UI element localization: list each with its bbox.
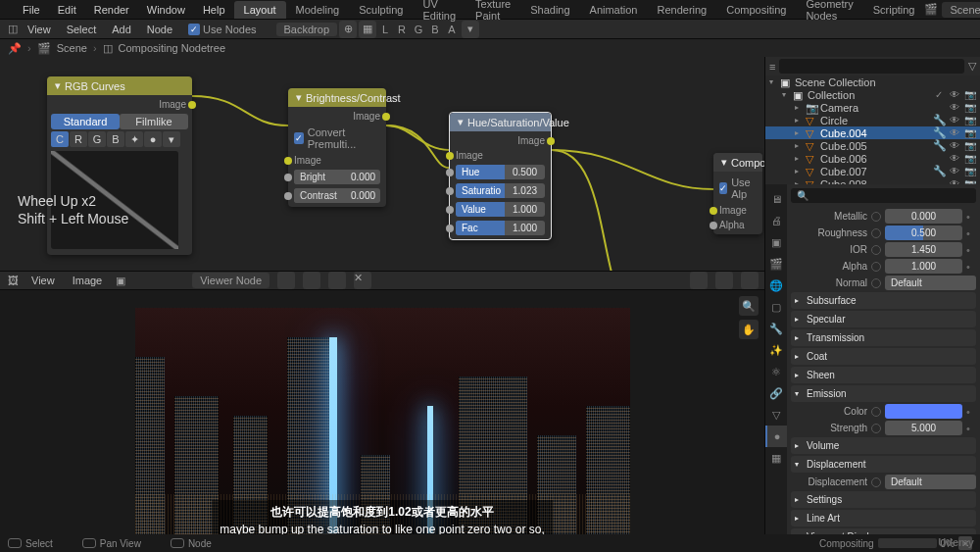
hsv-hue-val[interactable]: 0.500 — [505, 165, 545, 179]
node-rgb-curves-header[interactable]: ▾RGB Curves — [47, 76, 192, 95]
img-ico2[interactable] — [303, 272, 320, 289]
bc-contrast-val[interactable]: 0.000 — [343, 188, 380, 203]
prop-section-specular[interactable]: ▸Specular — [791, 311, 976, 327]
workspace-scripting[interactable]: Scripting — [863, 1, 925, 19]
node-rgb-curves[interactable]: ▾RGB Curves Image Standard Filmlike C R … — [47, 76, 192, 255]
eye-icon[interactable]: 👁 — [950, 127, 961, 138]
scene-selector[interactable]: Scene — [942, 2, 980, 18]
outliner-item[interactable]: ▸▽Cube.007🔧👁📷 — [765, 165, 980, 177]
menu-edit[interactable]: Edit — [49, 4, 85, 16]
outliner-item[interactable]: ▸▽Cube.005🔧👁📷 — [765, 139, 980, 152]
node-hsv[interactable]: ▾Hue/Saturation/Value Image Image Hue0.5… — [449, 112, 552, 240]
image-viewer[interactable]: 🔍 ✋ 也许可以提高饱和度到1.02或者更高的水平 maybe bump up … — [0, 290, 764, 552]
channel-a[interactable]: A — [444, 22, 460, 37]
outliner-search[interactable] — [779, 59, 964, 74]
hsv-fac-val[interactable]: 1.000 — [505, 221, 545, 235]
rgb-letter-r[interactable]: R — [70, 131, 87, 147]
prop-tab-object[interactable]: ▢ — [765, 296, 787, 318]
eye-icon[interactable]: 👁 — [950, 166, 961, 176]
camera-restrict-icon[interactable]: 📷 — [964, 153, 976, 164]
prop-tab-scene[interactable]: 🎬 — [765, 253, 787, 275]
socket-icon[interactable] — [871, 212, 881, 222]
prop-tab-data[interactable]: ▽ — [765, 404, 787, 426]
img-ico1[interactable] — [277, 272, 295, 289]
rgb-curves-tab-standard[interactable]: Standard — [51, 114, 120, 129]
image-slot-icon[interactable]: ▣ — [114, 274, 127, 287]
hsv-val-val[interactable]: 1.000 — [505, 202, 545, 217]
header-view[interactable]: View — [20, 24, 59, 35]
channel-l[interactable]: L — [377, 22, 393, 37]
composite-alpha-checkbox[interactable]: ✓ — [719, 182, 727, 194]
img-right-ico1[interactable] — [690, 272, 708, 289]
node-bc-header[interactable]: ▾Brightness/Contrast — [288, 88, 386, 107]
backdrop-fit-icon[interactable]: ▦ — [359, 21, 376, 38]
rgb-dot-icon[interactable]: ● — [144, 131, 162, 147]
prop-section-volume[interactable]: ▸Volume — [791, 437, 976, 454]
editor-type-icon[interactable]: 🖼 — [6, 274, 20, 287]
breadcrumb-scene[interactable]: Scene — [57, 42, 87, 54]
node-hsv-header[interactable]: ▾Hue/Saturation/Value — [450, 113, 551, 131]
img-image[interactable]: Image — [67, 275, 109, 286]
rgb-menu-icon[interactable]: ▾ — [163, 131, 180, 147]
outliner[interactable]: ≡ ▽ ▾▣Scene Collection ▾▣Collection✓👁📷 ▸… — [765, 57, 980, 184]
outliner-filter-icon[interactable]: ▽ — [968, 60, 976, 73]
properties-search[interactable] — [791, 188, 976, 203]
outliner-item[interactable]: ▸▽Cube.004🔧👁📷 — [765, 126, 980, 139]
workspace-rendering[interactable]: Rendering — [647, 1, 716, 19]
socket-icon[interactable] — [871, 262, 881, 272]
outliner-collection[interactable]: Collection — [808, 89, 932, 101]
menu-file[interactable]: File — [14, 4, 49, 16]
prop-tab-material[interactable]: ● — [765, 426, 787, 447]
menu-window[interactable]: Window — [138, 4, 194, 16]
eye-icon[interactable]: 👁 — [950, 140, 961, 151]
prop-tab-texture[interactable]: ▦ — [765, 447, 787, 469]
prop-color-val[interactable] — [885, 404, 962, 419]
rgb-curves-tab-filmlike[interactable]: Filmlike — [120, 114, 188, 129]
extra-icon[interactable]: ▾ — [462, 21, 479, 38]
rgb-letter-b[interactable]: B — [107, 131, 124, 147]
eye-icon[interactable]: 👁 — [950, 102, 961, 113]
workspace-shading[interactable]: Shading — [520, 1, 579, 19]
img-ico3[interactable] — [328, 272, 346, 289]
rgb-tools-icon[interactable]: ✦ — [125, 131, 143, 147]
img-view[interactable]: View — [25, 275, 61, 286]
socket-icon[interactable] — [871, 407, 881, 417]
camera-restrict-icon[interactable]: 📷 — [964, 140, 976, 151]
prop-strength-val[interactable]: 5.000 — [885, 421, 962, 435]
node-editor-canvas[interactable]: ▾RGB Curves Image Standard Filmlike C R … — [0, 57, 764, 271]
outliner-item[interactable]: ▸▽Circle🔧👁📷 — [765, 114, 980, 126]
socket-icon[interactable] — [871, 228, 881, 238]
prop-normal-val[interactable]: Default — [885, 276, 976, 290]
socket-icon[interactable] — [871, 245, 881, 255]
socket-icon[interactable] — [871, 477, 881, 487]
prop-section-coat[interactable]: ▸Coat — [791, 348, 976, 365]
prop-tab-particles[interactable]: ✨ — [765, 339, 787, 361]
menu-help[interactable]: Help — [194, 4, 234, 16]
outliner-scene-collection[interactable]: Scene Collection — [795, 76, 976, 88]
channel-g[interactable]: G — [411, 22, 426, 37]
prop-tab-physics[interactable]: ⚛ — [765, 361, 787, 382]
editor-type-icon[interactable]: ◫ — [6, 23, 20, 36]
img-right-ico2[interactable] — [715, 272, 733, 289]
img-close[interactable]: ✕ — [354, 272, 371, 289]
image-name[interactable]: Viewer Node — [192, 273, 270, 288]
prop-section-settings[interactable]: ▸Settings — [791, 491, 976, 508]
prop-section-subsurface[interactable]: ▸Subsurface — [791, 292, 976, 309]
workspace-animation[interactable]: Animation — [580, 1, 648, 19]
breadcrumb-nodetree[interactable]: Compositing Nodetree — [119, 42, 225, 54]
prop-tab-viewlayer[interactable]: ▣ — [765, 231, 787, 253]
node-composite-header[interactable]: ▾Compos — [713, 153, 762, 172]
prop-section-emission[interactable]: ▾Emission — [791, 385, 976, 402]
node-composite[interactable]: ▾Compos ✓Use Alp Image Alpha — [713, 153, 762, 234]
camera-restrict-icon[interactable]: 📷 — [964, 127, 976, 138]
prop-section-transmission[interactable]: ▸Transmission — [791, 329, 976, 346]
workspace-layout[interactable]: Layout — [234, 1, 286, 19]
prop-displacement-val[interactable]: Default — [885, 475, 976, 489]
prop-metallic-val[interactable]: 0.000 — [885, 209, 962, 224]
header-node[interactable]: Node — [139, 24, 180, 35]
workspace-sculpting[interactable]: Sculpting — [349, 1, 413, 19]
outliner-item[interactable]: ▸▽Cube.006👁📷 — [765, 152, 980, 165]
header-add[interactable]: Add — [104, 24, 139, 35]
prop-alpha-val[interactable]: 1.000 — [885, 259, 962, 274]
camera-restrict-icon[interactable]: 📷 — [964, 102, 976, 113]
